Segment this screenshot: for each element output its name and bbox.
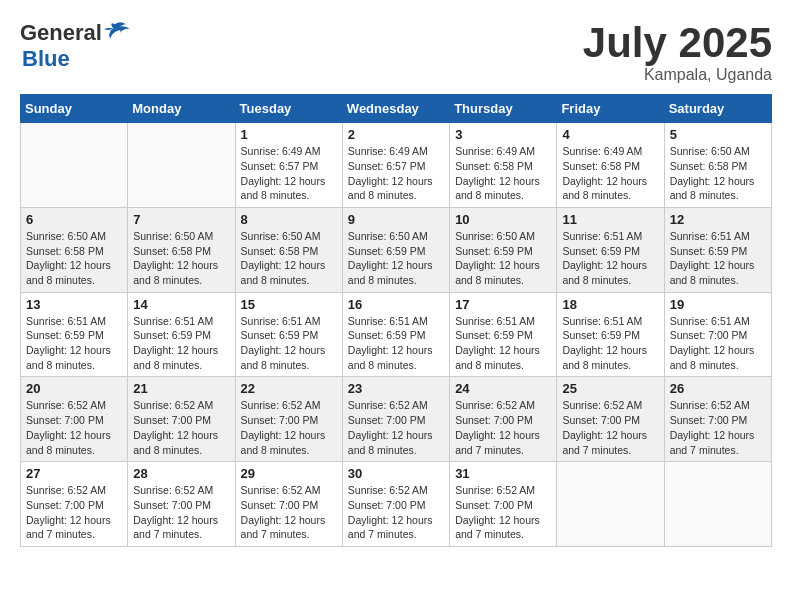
cell-sun-info: Sunrise: 6:52 AM Sunset: 7:00 PM Dayligh… [133, 398, 229, 457]
calendar-cell: 13Sunrise: 6:51 AM Sunset: 6:59 PM Dayli… [21, 292, 128, 377]
day-number: 31 [455, 466, 551, 481]
calendar-cell: 19Sunrise: 6:51 AM Sunset: 7:00 PM Dayli… [664, 292, 771, 377]
cell-sun-info: Sunrise: 6:51 AM Sunset: 6:59 PM Dayligh… [348, 314, 444, 373]
day-number: 6 [26, 212, 122, 227]
logo-icon [102, 21, 132, 45]
day-number: 23 [348, 381, 444, 396]
calendar-cell: 15Sunrise: 6:51 AM Sunset: 6:59 PM Dayli… [235, 292, 342, 377]
location-text: Kampala, Uganda [583, 66, 772, 84]
calendar-cell: 17Sunrise: 6:51 AM Sunset: 6:59 PM Dayli… [450, 292, 557, 377]
day-number: 24 [455, 381, 551, 396]
calendar-cell: 4Sunrise: 6:49 AM Sunset: 6:58 PM Daylig… [557, 123, 664, 208]
day-number: 3 [455, 127, 551, 142]
header-sunday: Sunday [21, 95, 128, 123]
cell-sun-info: Sunrise: 6:50 AM Sunset: 6:58 PM Dayligh… [26, 229, 122, 288]
day-number: 16 [348, 297, 444, 312]
day-number: 27 [26, 466, 122, 481]
header-thursday: Thursday [450, 95, 557, 123]
cell-sun-info: Sunrise: 6:49 AM Sunset: 6:58 PM Dayligh… [455, 144, 551, 203]
calendar-row: 20Sunrise: 6:52 AM Sunset: 7:00 PM Dayli… [21, 377, 772, 462]
calendar-cell: 10Sunrise: 6:50 AM Sunset: 6:59 PM Dayli… [450, 207, 557, 292]
day-number: 12 [670, 212, 766, 227]
header-wednesday: Wednesday [342, 95, 449, 123]
calendar-cell: 25Sunrise: 6:52 AM Sunset: 7:00 PM Dayli… [557, 377, 664, 462]
calendar-cell: 16Sunrise: 6:51 AM Sunset: 6:59 PM Dayli… [342, 292, 449, 377]
day-number: 5 [670, 127, 766, 142]
day-number: 26 [670, 381, 766, 396]
cell-sun-info: Sunrise: 6:52 AM Sunset: 7:00 PM Dayligh… [26, 483, 122, 542]
calendar-cell [21, 123, 128, 208]
day-number: 14 [133, 297, 229, 312]
calendar-cell: 22Sunrise: 6:52 AM Sunset: 7:00 PM Dayli… [235, 377, 342, 462]
day-number: 10 [455, 212, 551, 227]
calendar-cell: 23Sunrise: 6:52 AM Sunset: 7:00 PM Dayli… [342, 377, 449, 462]
day-number: 28 [133, 466, 229, 481]
cell-sun-info: Sunrise: 6:51 AM Sunset: 6:59 PM Dayligh… [562, 229, 658, 288]
calendar-cell: 11Sunrise: 6:51 AM Sunset: 6:59 PM Dayli… [557, 207, 664, 292]
calendar-cell [664, 462, 771, 547]
calendar-cell: 6Sunrise: 6:50 AM Sunset: 6:58 PM Daylig… [21, 207, 128, 292]
cell-sun-info: Sunrise: 6:49 AM Sunset: 6:57 PM Dayligh… [241, 144, 337, 203]
cell-sun-info: Sunrise: 6:51 AM Sunset: 7:00 PM Dayligh… [670, 314, 766, 373]
day-number: 9 [348, 212, 444, 227]
logo-blue-text: Blue [22, 46, 70, 72]
calendar-cell: 12Sunrise: 6:51 AM Sunset: 6:59 PM Dayli… [664, 207, 771, 292]
calendar-row: 6Sunrise: 6:50 AM Sunset: 6:58 PM Daylig… [21, 207, 772, 292]
calendar-cell: 30Sunrise: 6:52 AM Sunset: 7:00 PM Dayli… [342, 462, 449, 547]
cell-sun-info: Sunrise: 6:51 AM Sunset: 6:59 PM Dayligh… [455, 314, 551, 373]
cell-sun-info: Sunrise: 6:52 AM Sunset: 7:00 PM Dayligh… [562, 398, 658, 457]
calendar-row: 1Sunrise: 6:49 AM Sunset: 6:57 PM Daylig… [21, 123, 772, 208]
day-number: 19 [670, 297, 766, 312]
header-saturday: Saturday [664, 95, 771, 123]
day-number: 18 [562, 297, 658, 312]
day-number: 11 [562, 212, 658, 227]
logo-general-text: General [20, 20, 102, 46]
cell-sun-info: Sunrise: 6:51 AM Sunset: 6:59 PM Dayligh… [670, 229, 766, 288]
calendar-cell: 20Sunrise: 6:52 AM Sunset: 7:00 PM Dayli… [21, 377, 128, 462]
calendar-cell: 28Sunrise: 6:52 AM Sunset: 7:00 PM Dayli… [128, 462, 235, 547]
day-number: 22 [241, 381, 337, 396]
cell-sun-info: Sunrise: 6:52 AM Sunset: 7:00 PM Dayligh… [348, 398, 444, 457]
cell-sun-info: Sunrise: 6:52 AM Sunset: 7:00 PM Dayligh… [133, 483, 229, 542]
calendar-cell: 3Sunrise: 6:49 AM Sunset: 6:58 PM Daylig… [450, 123, 557, 208]
cell-sun-info: Sunrise: 6:52 AM Sunset: 7:00 PM Dayligh… [26, 398, 122, 457]
calendar-cell: 2Sunrise: 6:49 AM Sunset: 6:57 PM Daylig… [342, 123, 449, 208]
cell-sun-info: Sunrise: 6:51 AM Sunset: 6:59 PM Dayligh… [241, 314, 337, 373]
calendar-cell: 18Sunrise: 6:51 AM Sunset: 6:59 PM Dayli… [557, 292, 664, 377]
cell-sun-info: Sunrise: 6:52 AM Sunset: 7:00 PM Dayligh… [455, 483, 551, 542]
calendar-cell: 8Sunrise: 6:50 AM Sunset: 6:58 PM Daylig… [235, 207, 342, 292]
logo: GeneralBlue [20, 20, 132, 72]
cell-sun-info: Sunrise: 6:50 AM Sunset: 6:58 PM Dayligh… [241, 229, 337, 288]
calendar-cell: 24Sunrise: 6:52 AM Sunset: 7:00 PM Dayli… [450, 377, 557, 462]
day-number: 15 [241, 297, 337, 312]
day-number: 13 [26, 297, 122, 312]
cell-sun-info: Sunrise: 6:52 AM Sunset: 7:00 PM Dayligh… [670, 398, 766, 457]
month-title: July 2025 [583, 20, 772, 66]
header-friday: Friday [557, 95, 664, 123]
calendar-cell: 9Sunrise: 6:50 AM Sunset: 6:59 PM Daylig… [342, 207, 449, 292]
calendar-row: 13Sunrise: 6:51 AM Sunset: 6:59 PM Dayli… [21, 292, 772, 377]
cell-sun-info: Sunrise: 6:51 AM Sunset: 6:59 PM Dayligh… [562, 314, 658, 373]
calendar-cell [128, 123, 235, 208]
cell-sun-info: Sunrise: 6:49 AM Sunset: 6:58 PM Dayligh… [562, 144, 658, 203]
day-number: 8 [241, 212, 337, 227]
calendar-cell: 1Sunrise: 6:49 AM Sunset: 6:57 PM Daylig… [235, 123, 342, 208]
calendar-header-row: Sunday Monday Tuesday Wednesday Thursday… [21, 95, 772, 123]
day-number: 20 [26, 381, 122, 396]
calendar-cell: 21Sunrise: 6:52 AM Sunset: 7:00 PM Dayli… [128, 377, 235, 462]
header-monday: Monday [128, 95, 235, 123]
cell-sun-info: Sunrise: 6:52 AM Sunset: 7:00 PM Dayligh… [455, 398, 551, 457]
cell-sun-info: Sunrise: 6:50 AM Sunset: 6:58 PM Dayligh… [133, 229, 229, 288]
cell-sun-info: Sunrise: 6:50 AM Sunset: 6:59 PM Dayligh… [455, 229, 551, 288]
calendar-cell: 29Sunrise: 6:52 AM Sunset: 7:00 PM Dayli… [235, 462, 342, 547]
day-number: 7 [133, 212, 229, 227]
calendar-cell: 7Sunrise: 6:50 AM Sunset: 6:58 PM Daylig… [128, 207, 235, 292]
calendar-cell: 31Sunrise: 6:52 AM Sunset: 7:00 PM Dayli… [450, 462, 557, 547]
cell-sun-info: Sunrise: 6:52 AM Sunset: 7:00 PM Dayligh… [241, 398, 337, 457]
title-block: July 2025 Kampala, Uganda [583, 20, 772, 84]
calendar-row: 27Sunrise: 6:52 AM Sunset: 7:00 PM Dayli… [21, 462, 772, 547]
day-number: 1 [241, 127, 337, 142]
calendar-cell: 26Sunrise: 6:52 AM Sunset: 7:00 PM Dayli… [664, 377, 771, 462]
day-number: 4 [562, 127, 658, 142]
day-number: 25 [562, 381, 658, 396]
